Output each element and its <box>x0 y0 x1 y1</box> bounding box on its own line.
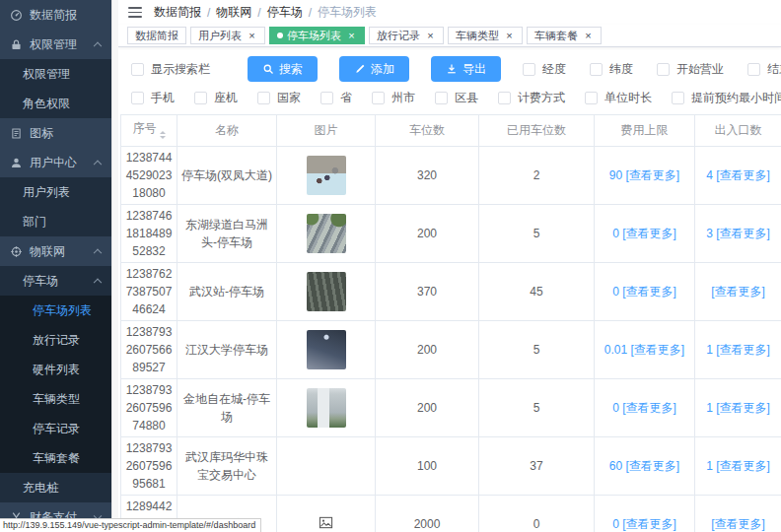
sidebar-item-parking-records[interactable]: 停车记录 <box>0 414 111 443</box>
sidebar-item-label: 充电桩 <box>23 480 58 497</box>
view-more-link[interactable]: 3 [查看更多] <box>706 227 770 240</box>
view-more-link[interactable]: [查看更多] <box>711 285 765 299</box>
filter-checkbox-座机[interactable]: 座机 <box>194 90 238 106</box>
filter-checkbox-国家[interactable]: 国家 <box>257 90 301 106</box>
view-more-link[interactable]: 0.01 [查看更多] <box>604 343 684 357</box>
checkbox-box <box>498 92 511 104</box>
user-icon <box>10 157 23 169</box>
lock-icon <box>10 38 23 51</box>
filter-checkbox-省[interactable]: 省 <box>320 90 352 106</box>
tab-车辆套餐[interactable]: 车辆套餐× <box>527 27 602 44</box>
filter-checkbox-经度[interactable]: 经度 <box>523 61 566 78</box>
tab-用户列表[interactable]: 用户列表× <box>190 27 265 44</box>
sidebar-item-label: 权限管理 <box>30 36 77 53</box>
checkbox-box <box>435 92 448 104</box>
tab-车辆类型[interactable]: 车辆类型× <box>448 27 523 44</box>
sidebar-item-hardware-list[interactable]: 硬件列表 <box>0 355 111 384</box>
add-button[interactable]: 添加 <box>339 56 409 82</box>
status-url-bar: http://139.9.155.149/vue-typescript-admi… <box>0 518 261 532</box>
filter-checkbox-区县[interactable]: 区县 <box>435 90 478 106</box>
fee-limit-cell: 0 [查看更多] <box>595 205 695 263</box>
sidebar-item-pass-records[interactable]: 放行记录 <box>0 325 111 355</box>
sidebar-item-parking[interactable]: 停车场 <box>0 266 111 296</box>
view-more-link[interactable]: 1 [查看更多] <box>706 401 770 415</box>
view-more-link[interactable]: 60 [查看更多] <box>609 459 679 473</box>
parking-image-cell <box>277 205 376 263</box>
filter-checkbox-纬度[interactable]: 纬度 <box>590 61 633 78</box>
filter-checkbox-计费方式[interactable]: 计费方式 <box>498 90 565 106</box>
parking-photo-thumbnail[interactable] <box>307 388 346 428</box>
sidebar-item-icons[interactable]: 图标 <box>0 118 111 148</box>
spaces-cell: 2000 <box>376 496 479 532</box>
breadcrumb-separator: / <box>309 6 312 20</box>
view-more-link[interactable]: 1 [查看更多] <box>706 459 770 473</box>
sidebar-item-permission[interactable]: 权限管理 <box>0 30 111 59</box>
column-header-label: 序号 <box>133 121 157 135</box>
checkbox-label: 省 <box>340 90 352 106</box>
sort-caret-icon[interactable] <box>160 128 166 142</box>
filter-checkbox-手机[interactable]: 手机 <box>131 90 175 106</box>
filter-checkbox-提前预约最小时间[interactable]: 提前预约最小时间 <box>672 90 781 106</box>
parking-photo-thumbnail[interactable] <box>307 272 346 311</box>
hamburger-icon[interactable] <box>128 7 142 18</box>
tab-放行记录[interactable]: 放行记录× <box>369 27 444 44</box>
sidebar-item-department[interactable]: 部门 <box>0 207 111 236</box>
filter-checkbox-结束营业[interactable]: 结束营业 <box>747 61 781 78</box>
table-row: 1238793260759674880金地自在城-停车场20050 [查看更多]… <box>121 379 781 437</box>
sidebar-item-vehicle-package[interactable]: 车辆套餐 <box>0 443 111 473</box>
gates-cell: 1 [查看更多] <box>695 379 781 437</box>
sidebar-item-parking-list[interactable]: 停车场列表 <box>0 296 111 325</box>
sidebar-item-label: 数据简报 <box>30 7 77 24</box>
tab-close-icon[interactable]: × <box>247 31 257 41</box>
breadcrumb-item[interactable]: 物联网 <box>216 4 251 21</box>
view-more-link[interactable]: [查看更多] <box>711 517 765 531</box>
sidebar-scrollbar[interactable] <box>111 0 118 532</box>
parking-table: 序号名称图片车位数已用车位数费用上限出入口数 12387444529023180… <box>120 114 781 532</box>
sidebar-item-vehicle-type[interactable]: 车辆类型 <box>0 384 111 414</box>
tab-close-icon[interactable]: × <box>346 31 357 41</box>
view-more-link[interactable]: 0 [查看更多] <box>612 517 676 531</box>
sidebar-item-charging-pile[interactable]: 充电桩 <box>0 473 111 502</box>
filter-checkbox-显示搜索栏[interactable]: 显示搜索栏 <box>131 61 210 78</box>
tab-close-icon[interactable]: × <box>425 31 436 41</box>
column-header: 车位数 <box>376 115 479 147</box>
fee-limit-cell: 90 [查看更多] <box>595 147 695 205</box>
table-row: 1238744452902318080停车场(双凤大道)320290 [查看更多… <box>121 147 781 205</box>
parking-photo-thumbnail[interactable] <box>307 156 346 195</box>
view-more-link[interactable]: 0 [查看更多] <box>612 285 676 299</box>
sidebar-item-iot[interactable]: 物联网 <box>0 236 111 266</box>
view-more-link[interactable]: 4 [查看更多] <box>706 168 770 182</box>
filter-row-2: 手机座机国家省州市区县计费方式单位时长提前预约最小时间提前预约最大时间 <box>131 87 781 108</box>
table-row: 1238793260759695681武汉库玛华中珠宝交易中心1003760 [… <box>121 437 781 496</box>
filter-checkbox-开始营业[interactable]: 开始营业 <box>657 61 724 78</box>
checkbox-label: 座机 <box>214 90 238 106</box>
parking-photo-thumbnail[interactable] <box>307 214 346 253</box>
filter-checkbox-州市[interactable]: 州市 <box>372 90 415 106</box>
export-button[interactable]: 导出 <box>431 56 501 82</box>
sidebar-item-data-brief[interactable]: 数据简报 <box>0 0 111 30</box>
view-more-link[interactable]: 90 [查看更多] <box>609 168 679 182</box>
row-id-cell: 1238793260759674880 <box>121 379 178 437</box>
view-more-link[interactable]: 0 [查看更多] <box>612 401 676 415</box>
column-header-label: 图片 <box>315 123 338 137</box>
breadcrumb-separator: / <box>207 6 210 20</box>
parking-name-cell: 金地自在城-停车场 <box>178 379 277 437</box>
spaces-cell: 200 <box>376 321 479 379</box>
tab-close-icon[interactable]: × <box>504 31 515 41</box>
tab-停车场列表[interactable]: 停车场列表× <box>269 27 365 44</box>
view-more-link[interactable]: 1 [查看更多] <box>706 343 770 357</box>
sidebar-item-user-list[interactable]: 用户列表 <box>0 177 111 207</box>
sidebar-item-user-center[interactable]: 用户中心 <box>0 148 111 177</box>
breadcrumb-item[interactable]: 数据简报 <box>154 4 201 21</box>
filter-checkbox-单位时长[interactable]: 单位时长 <box>585 90 652 106</box>
tab-close-icon[interactable]: × <box>583 31 594 41</box>
sidebar-item-role-permission[interactable]: 角色权限 <box>0 89 111 118</box>
tab-数据简报[interactable]: 数据简报 <box>127 27 186 44</box>
sidebar-item-label: 硬件列表 <box>33 362 80 378</box>
sidebar-item-permission-manage[interactable]: 权限管理 <box>0 59 111 89</box>
used-spaces-cell: 45 <box>479 263 595 321</box>
parking-photo-thumbnail[interactable] <box>307 330 346 369</box>
view-more-link[interactable]: 0 [查看更多] <box>612 227 676 240</box>
breadcrumb-item[interactable]: 停车场 <box>267 4 303 21</box>
search-button[interactable]: 搜索 <box>248 56 318 82</box>
